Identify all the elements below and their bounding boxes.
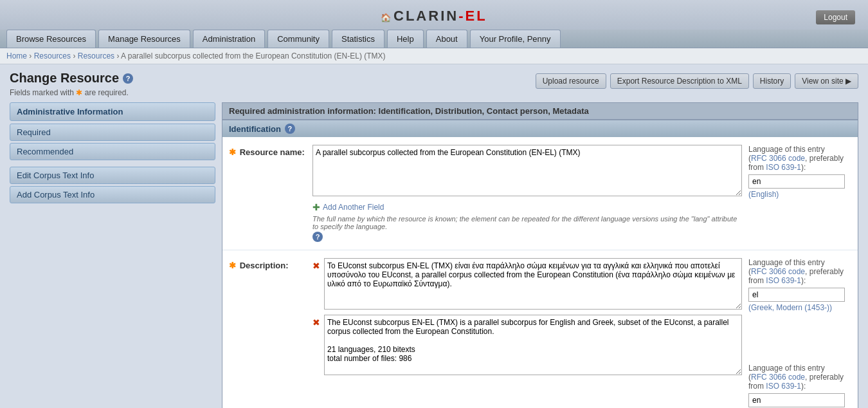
desc2-rfc-link[interactable]: RFC 3066 code <box>751 373 805 382</box>
resource-name-input[interactable] <box>312 145 742 196</box>
breadcrumb: Home › Resources › Resources › A paralle… <box>0 48 868 64</box>
sidebar-item-add-corpus[interactable]: Add Corpus Text Info <box>10 186 215 203</box>
logo-area: 🏠 CLARIN-EL Logout <box>0 5 868 30</box>
nav-manage-resources[interactable]: Manage Resources <box>98 30 190 48</box>
sidebar-item-recommended[interactable]: Recommended <box>10 143 215 160</box>
description-label: ✱ Description: <box>229 258 306 408</box>
sidebar-section-title: Administrative Information <box>10 102 215 121</box>
required-note: Fields marked with ✱ are required. <box>10 88 133 97</box>
description-lang-sides: Language of this entry (RFC 3066 code, p… <box>748 258 851 408</box>
page-header: Change Resource ? Fields marked with ✱ a… <box>10 71 858 97</box>
nav-help[interactable]: Help <box>387 30 424 48</box>
sidebar: Administrative Information Required Reco… <box>10 102 215 408</box>
home-icon[interactable]: 🏠 <box>381 13 391 23</box>
logout-button[interactable]: Logout <box>816 10 855 24</box>
resource-name-label: ✱ Resource name: <box>229 145 306 242</box>
description-textarea-1[interactable] <box>324 258 742 310</box>
nav-profile[interactable]: Your Profile, Penny <box>470 30 561 48</box>
remove-desc1-icon[interactable]: ✖ <box>312 261 320 271</box>
sidebar-item-required[interactable]: Required <box>10 124 215 141</box>
page-title: Change Resource <box>10 71 119 86</box>
desc1-rfc-link[interactable]: RFC 3066 code <box>751 267 805 276</box>
field-note-help-icon[interactable]: ? <box>312 232 323 242</box>
identification-help-icon[interactable]: ? <box>285 124 295 134</box>
add-another-field-link[interactable]: ✚ Add Another Field <box>312 202 742 212</box>
breadcrumb-resources2[interactable]: Resources <box>78 51 114 60</box>
resource-name-content: ✚ Add Another Field The full name by whi… <box>312 145 742 242</box>
description-entry-2: ✖ <box>312 315 742 375</box>
nav-community[interactable]: Community <box>267 30 329 48</box>
required-star-note: ✱ <box>76 88 82 97</box>
history-button[interactable]: History <box>753 73 791 89</box>
logo: CLARIN-EL <box>393 8 487 24</box>
resource-name-lang-display: (English) <box>748 190 851 199</box>
export-xml-button[interactable]: Export Resource Description to XML <box>610 73 749 89</box>
breadcrumb-home[interactable]: Home <box>6 51 27 60</box>
breadcrumb-resources1[interactable]: Resources <box>34 51 71 60</box>
desc2-lang-input[interactable] <box>748 393 845 407</box>
rfc-link[interactable]: RFC 3066 code <box>751 154 805 163</box>
identification-header: Identification ? <box>222 120 858 137</box>
resource-name-row: ✱ Resource name: ✚ Add Another Field The… <box>222 137 858 250</box>
sidebar-item-edit-corpus[interactable]: Edit Corpus Text Info <box>10 167 215 184</box>
action-buttons: Upload resource Export Resource Descript… <box>536 73 858 89</box>
nav-bar: Browse Resources Manage Resources Admini… <box>0 30 868 48</box>
form-area: Required administration information: Ide… <box>222 102 858 408</box>
description-content: ✖ ✖ <box>312 258 742 408</box>
nav-browse-resources[interactable]: Browse Resources <box>6 30 96 48</box>
resource-name-note: The full name by which the resource is k… <box>312 215 742 230</box>
nav-statistics[interactable]: Statistics <box>332 30 384 48</box>
resource-name-lang-input[interactable] <box>748 174 845 189</box>
page-title-area: Change Resource ? Fields marked with ✱ a… <box>10 71 133 97</box>
admin-info-header: Required administration information: Ide… <box>222 102 858 120</box>
iso-link[interactable]: ISO 639-1 <box>766 163 801 172</box>
nav-administration[interactable]: Administration <box>193 30 265 48</box>
help-icon[interactable]: ? <box>123 73 133 84</box>
view-on-site-button[interactable]: View on site <box>795 73 858 89</box>
desc1-lang-display: (Greek, Modern (1453-)) <box>748 303 851 312</box>
identification-section: Identification ? ✱ Resource name: ✚ Add … <box>222 120 858 408</box>
description-textarea-2[interactable] <box>324 315 742 375</box>
breadcrumb-current: A parallel subcorpus collected from the … <box>121 51 386 60</box>
upload-resource-button[interactable]: Upload resource <box>536 73 606 89</box>
description-row: ✱ Description: ✖ ✖ <box>222 250 858 408</box>
resource-name-lang-side: Language of this entry (RFC 3066 code, p… <box>748 145 851 242</box>
desc1-lang-input[interactable] <box>748 288 845 302</box>
desc2-iso-link[interactable]: ISO 639-1 <box>766 382 801 391</box>
desc1-iso-link[interactable]: ISO 639-1 <box>766 276 801 285</box>
remove-desc2-icon[interactable]: ✖ <box>312 317 320 328</box>
nav-about[interactable]: About <box>426 30 467 48</box>
description-entry-1: ✖ <box>312 258 742 310</box>
